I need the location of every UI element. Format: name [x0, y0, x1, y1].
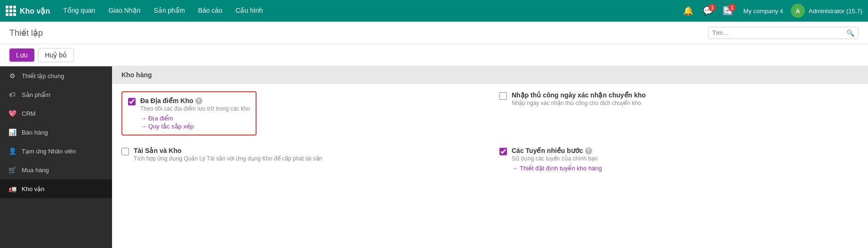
- setting-desc-nhap-thu-cong: Nhập ngày xác nhận thủ công cho dịch chu…: [512, 100, 646, 106]
- nav-tong-quan[interactable]: Tổng quan: [57, 0, 101, 22]
- nav-giao-nhan[interactable]: Giao Nhận: [103, 0, 146, 22]
- topnav-right: 🔔 💬 1 🔄 1 My company 4 A Administrator (…: [680, 4, 862, 18]
- sidebar-label-san-pham: Sản phẩm: [22, 91, 50, 98]
- checkbox-da-dia-diem[interactable]: [128, 98, 136, 105]
- setting-cac-tuyen: Các Tuyến nhiều bước ? Sử dụng các tuyến…: [499, 147, 859, 172]
- bell-icon[interactable]: 🔔: [680, 4, 696, 18]
- heart-icon: 💖: [8, 109, 17, 118]
- main-layout: ⚙ Thiết lập chung 🏷 Sản phẩm 💖 CRM 📊 Bán…: [0, 66, 868, 248]
- sidebar-label-thiet-lap-chung: Thiết lập chung: [22, 72, 64, 80]
- setting-desc-da-dia-diem: Theo dõi các địa điểm lưu trữ trong các …: [140, 105, 250, 112]
- search-box[interactable]: 🔍: [708, 27, 859, 39]
- sidebar-item-thiet-lap-chung[interactable]: ⚙ Thiết lập chung: [0, 66, 112, 85]
- page-title: Thiết lập: [9, 28, 43, 38]
- help-icon-da-dia-diem[interactable]: ?: [195, 97, 202, 104]
- sidebar-item-san-pham[interactable]: 🏷 Sản phẩm: [0, 85, 112, 104]
- chart-icon: 📊: [8, 128, 17, 137]
- setting-label-tai-san-kho: Tài Sản và Kho: [134, 147, 322, 154]
- setting-nhap-thu-cong: Nhập thủ công ngày xác nhận chuyển kho N…: [499, 91, 859, 136]
- user-initial: A: [796, 8, 800, 15]
- messages-icon[interactable]: 💬 1: [700, 4, 716, 18]
- sidebar: ⚙ Thiết lập chung 🏷 Sản phẩm 💖 CRM 📊 Bán…: [0, 66, 112, 248]
- help-icon-cac-tuyen[interactable]: ?: [585, 147, 592, 154]
- company-selector[interactable]: My company 4: [739, 6, 787, 16]
- checkbox-tai-san-kho[interactable]: [121, 148, 129, 155]
- setting-content-da-dia-diem: Đa Địa điểm Kho ? Theo dõi các địa điểm …: [140, 97, 250, 130]
- sidebar-label-kho-van: Kho vận: [22, 185, 44, 192]
- company-name: My company 4: [743, 8, 783, 15]
- nav-bao-cao[interactable]: Báo cáo: [193, 0, 228, 22]
- sidebar-label-ban-hang: Bán hàng: [22, 129, 48, 136]
- updates-badge: 1: [728, 4, 736, 11]
- setting-desc-cac-tuyen: Sử dụng các tuyến của chính bạn: [512, 155, 602, 162]
- cart-icon: 🛒: [8, 165, 17, 175]
- person-icon: 👤: [8, 146, 17, 156]
- user-avatar[interactable]: A: [791, 4, 805, 18]
- nav-cau-hinh[interactable]: Cấu hình: [230, 0, 268, 22]
- setting-label-cac-tuyen: Các Tuyến nhiều bước ?: [512, 147, 602, 154]
- section-kho-hang: Kho hàng: [112, 66, 868, 84]
- subheader: Thiết lập 🔍: [0, 22, 868, 44]
- setting-label-da-dia-diem: Đa Địa điểm Kho ?: [140, 97, 250, 104]
- sidebar-item-crm[interactable]: 💖 CRM: [0, 104, 112, 123]
- highlighted-wrapper: Đa Địa điểm Kho ? Theo dõi các địa điểm …: [121, 91, 257, 136]
- settings-grid: Đa Địa điểm Kho ? Theo dõi các địa điểm …: [112, 84, 868, 179]
- content: Kho hàng Đa Địa điểm Kho ? Theo dõi các …: [112, 66, 868, 248]
- link-dia-diem[interactable]: Địa điểm: [140, 115, 250, 122]
- sidebar-item-ban-hang[interactable]: 📊 Bán hàng: [0, 123, 112, 142]
- app-name: Kho vận: [20, 7, 50, 16]
- topnav: Kho vận Tổng quan Giao Nhận Sản phẩm Báo…: [0, 0, 868, 22]
- messages-badge: 1: [708, 4, 716, 11]
- tag-icon: 🏷: [8, 90, 17, 99]
- setting-da-dia-diem: Đa Địa điểm Kho ? Theo dõi các địa điểm …: [121, 91, 481, 136]
- user-name[interactable]: Administrator (15.7): [809, 8, 862, 15]
- gear-icon: ⚙: [8, 71, 17, 80]
- setting-desc-tai-san-kho: Tích hợp ứng dụng Quản Lý Tài sản với ứn…: [134, 155, 322, 162]
- sidebar-label-tam-ung: Tạm ứng Nhân viên: [22, 148, 76, 155]
- app-logo[interactable]: Kho vận: [6, 6, 50, 16]
- actionbar: Lưu Huỷ bỏ: [0, 44, 868, 66]
- search-icon: 🔍: [846, 29, 854, 37]
- setting-links-da-dia-diem: Địa điểm Quy tắc sắp xếp: [140, 115, 250, 130]
- setting-label-nhap-thu-cong: Nhập thủ công ngày xác nhận chuyển kho: [512, 91, 646, 99]
- cancel-button[interactable]: Huỷ bỏ: [38, 48, 74, 62]
- sidebar-label-mua-hang: Mua hàng: [22, 167, 49, 174]
- search-input[interactable]: [712, 29, 844, 36]
- sidebar-label-crm: CRM: [22, 110, 36, 117]
- setting-content-tai-san-kho: Tài Sản và Kho Tích hợp ứng dụng Quản Lý…: [134, 147, 322, 162]
- sidebar-item-kho-van[interactable]: 🚛 Kho vận: [0, 179, 112, 198]
- save-button[interactable]: Lưu: [9, 48, 34, 62]
- sidebar-item-mua-hang[interactable]: 🛒 Mua hàng: [0, 160, 112, 179]
- setting-content-nhap-thu-cong: Nhập thủ công ngày xác nhận chuyển kho N…: [512, 91, 646, 106]
- nav-san-pham[interactable]: Sản phẩm: [148, 0, 191, 22]
- truck-icon: 🚛: [8, 184, 17, 193]
- setting-content-cac-tuyen: Các Tuyến nhiều bước ? Sử dụng các tuyến…: [512, 147, 602, 172]
- grid-icon[interactable]: [6, 6, 16, 16]
- link-quy-tac[interactable]: Quy tắc sắp xếp: [140, 123, 250, 130]
- section-title: Kho hàng: [121, 71, 152, 79]
- setting-links-cac-tuyen: Thiết đặt định tuyến kho hàng: [512, 165, 602, 172]
- checkbox-nhap-thu-cong[interactable]: [499, 92, 507, 100]
- checkbox-cac-tuyen[interactable]: [499, 148, 507, 155]
- link-thiet-dat-dinh-tuyen[interactable]: Thiết đặt định tuyến kho hàng: [512, 165, 602, 172]
- updates-icon[interactable]: 🔄 1: [720, 4, 736, 18]
- setting-tai-san-kho: Tài Sản và Kho Tích hợp ứng dụng Quản Lý…: [121, 147, 481, 172]
- sidebar-item-tam-ung[interactable]: 👤 Tạm ứng Nhân viên: [0, 142, 112, 160]
